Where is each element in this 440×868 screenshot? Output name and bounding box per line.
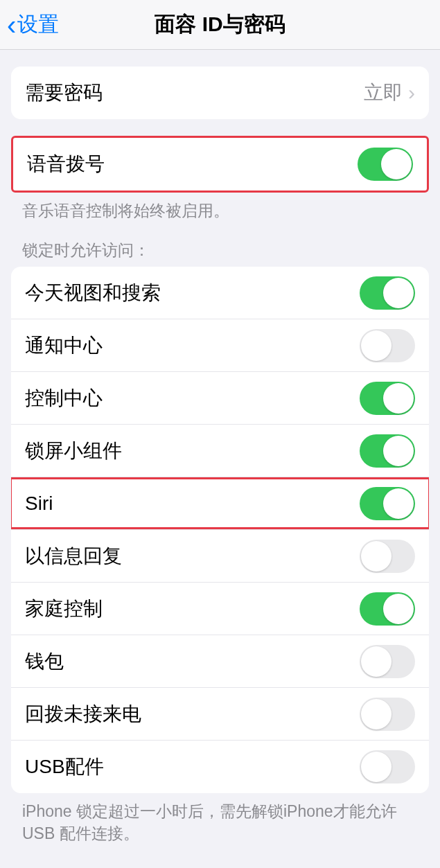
allow-item-toggle[interactable]: [360, 487, 415, 520]
back-label: 设置: [17, 10, 59, 39]
require-passcode-row[interactable]: 需要密码 立即 ›: [11, 67, 429, 119]
toggle-knob: [361, 646, 391, 677]
page-title: 面容 ID与密码: [155, 10, 285, 39]
chevron-right-icon: ›: [408, 81, 415, 105]
toggle-knob: [381, 149, 412, 179]
require-passcode-label: 需要密码: [25, 80, 103, 106]
navigation-header: ‹ 设置 面容 ID与密码: [0, 0, 440, 50]
toggle-knob: [361, 752, 391, 782]
allow-item-label: USB配件: [25, 754, 104, 780]
allow-item-toggle[interactable]: [360, 540, 415, 573]
chevron-left-icon: ‹: [7, 11, 16, 39]
voice-dial-row: 语音拨号: [13, 138, 427, 191]
back-button[interactable]: ‹ 设置: [0, 10, 59, 39]
require-passcode-value: 立即: [364, 80, 403, 106]
allow-item-label: 锁屏小组件: [25, 438, 122, 464]
allow-item-toggle[interactable]: [360, 434, 415, 468]
toggle-knob: [383, 594, 414, 624]
voice-dial-toggle[interactable]: [358, 148, 413, 181]
toggle-knob: [383, 436, 414, 466]
voice-dial-footer: 音乐语音控制将始终被启用。: [22, 200, 418, 222]
allow-item-row: 今天视图和搜索: [11, 267, 429, 319]
allow-item-label: 以信息回复: [25, 543, 122, 569]
allow-item-row: 钱包: [11, 635, 429, 688]
allow-item-label: 家庭控制: [25, 596, 103, 622]
allow-item-label: 今天视图和搜索: [25, 280, 161, 306]
voice-dial-group: 语音拨号: [11, 136, 429, 193]
toggle-knob: [383, 383, 414, 414]
toggle-knob: [361, 330, 391, 361]
allow-item-label: 控制中心: [25, 385, 103, 411]
allow-item-row: 回拨未接来电: [11, 688, 429, 741]
toggle-knob: [383, 278, 414, 308]
allow-item-row: 锁屏小组件: [11, 425, 429, 477]
allow-item-toggle[interactable]: [360, 329, 415, 362]
allow-item-toggle[interactable]: [360, 750, 415, 783]
allow-item-label: Siri: [25, 493, 53, 515]
allow-item-toggle[interactable]: [360, 592, 415, 626]
allow-item-row: USB配件: [11, 741, 429, 793]
allow-item-row: Siri: [11, 477, 429, 530]
allow-item-row: 通知中心: [11, 319, 429, 372]
toggle-knob: [383, 488, 414, 519]
voice-dial-label: 语音拨号: [27, 151, 105, 177]
allow-item-row: 控制中心: [11, 372, 429, 425]
allow-item-label: 回拨未接来电: [25, 701, 141, 727]
allow-access-footer: iPhone 锁定超过一小时后，需先解锁iPhone才能允许USB 配件连接。: [22, 800, 418, 844]
allow-item-row: 家庭控制: [11, 583, 429, 635]
toggle-knob: [361, 699, 391, 729]
require-passcode-group: 需要密码 立即 ›: [11, 67, 429, 119]
allow-access-header: 锁定时允许访问：: [22, 240, 418, 261]
allow-access-list: 今天视图和搜索通知中心控制中心锁屏小组件Siri以信息回复家庭控制钱包回拨未接来…: [11, 267, 429, 793]
allow-item-toggle[interactable]: [360, 645, 415, 678]
allow-item-toggle[interactable]: [360, 698, 415, 731]
allow-item-row: 以信息回复: [11, 530, 429, 583]
allow-item-label: 通知中心: [25, 333, 103, 359]
allow-item-label: 钱包: [25, 648, 64, 675]
allow-item-toggle[interactable]: [360, 382, 415, 415]
allow-item-toggle[interactable]: [360, 276, 415, 310]
toggle-knob: [361, 541, 391, 572]
